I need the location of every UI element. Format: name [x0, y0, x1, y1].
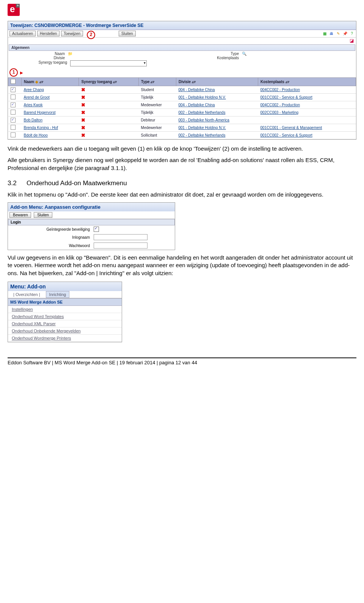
page-footer: Eddon Software BV | MS Word Merge Add-on… [8, 357, 356, 365]
row-checkbox[interactable] [11, 118, 16, 123]
menu-item[interactable]: Onderhoud XML Parser [12, 321, 56, 326]
user-link[interactable]: Aries Kwok [24, 103, 43, 107]
input-inlognaam[interactable] [94, 234, 147, 240]
screenshot-toewijzen: Toewijzen: CSNOBWORDMERGE - Wordmerge Se… [8, 21, 356, 140]
x-icon: ✖ [81, 87, 85, 93]
menu-item[interactable]: Onderhoud Word Templates [12, 314, 64, 319]
row-checkbox[interactable] [11, 87, 16, 92]
row-checkbox[interactable] [11, 125, 16, 130]
dropdown-synergy[interactable]: ▾ [70, 60, 147, 66]
window-title: Add-on Menu: Aanpassen configuratie [8, 203, 175, 211]
th-naam[interactable]: Naam ◈ ▵▿ [22, 78, 79, 86]
callout-1: 1 [9, 68, 18, 77]
paragraph: Klik in het topmenu op "Add-on". De eers… [8, 191, 356, 198]
btn-toewijzen[interactable]: Toewijzen [61, 31, 83, 36]
th-synergy[interactable]: Synergy toegang ▵▿ [79, 78, 139, 86]
red-triangle-icon: ▶ [20, 71, 23, 75]
sort-icon: ◈ [35, 80, 38, 84]
search-icon[interactable]: 🔍 [242, 52, 246, 56]
x-icon: ✖ [81, 94, 85, 100]
lbl-type: Type [182, 52, 242, 56]
user-link[interactable]: Arend de Groot [24, 95, 50, 99]
users-table: Naam ◈ ▵▿ Synergy toegang ▵▿ Type ▵▿ Div… [8, 77, 356, 139]
lbl-inlognaam: Inlognaam [10, 235, 94, 239]
x-icon: ✖ [81, 110, 85, 115]
row-checkbox[interactable] [11, 110, 16, 115]
menu-item[interactable]: Onderhoud Onbekende Mergevelden [12, 329, 81, 333]
table-row: Aries Kwok✖Medewerker004 - Deltabike Chi… [8, 101, 356, 109]
screenshot-addon-config: Add-on Menu: Aanpassen configuratie Bewa… [8, 202, 175, 250]
x-icon: ✖ [81, 132, 85, 138]
color-icon[interactable]: ◪ [350, 38, 354, 43]
callout-2: 2 [87, 31, 95, 39]
th-type[interactable]: Type ▵▿ [139, 78, 176, 86]
table-row: Bob Dalton✖Debiteur003 - Deltabike North… [8, 117, 356, 124]
row-checkbox[interactable] [11, 102, 16, 107]
btn-actualiseren[interactable]: Actualiseren [9, 31, 36, 36]
btn-sluiten[interactable]: Sluiten [34, 212, 52, 218]
tool-icon[interactable]: ✎ [336, 31, 341, 36]
paragraph: Vink de medewerkers aan die u toegang wi… [8, 145, 356, 153]
checkbox-beveiliging[interactable] [94, 227, 99, 232]
lbl-synergy-toegang: Synergy toegang [10, 60, 70, 67]
x-icon: ✖ [81, 117, 85, 123]
toolbar: Actualiseren Herstellen Toewijzen 2 Slui… [8, 30, 356, 38]
lbl-divisie: Divisie [8, 56, 68, 60]
tab-overzichten[interactable]: | Overzichten | [10, 291, 43, 298]
user-link[interactable]: Aree Chang [24, 88, 44, 92]
lbl-kosten: Kostenplaats [182, 56, 242, 60]
th-kosten[interactable]: Kostenplaats ▵▿ [258, 78, 356, 86]
btn-sluiten[interactable]: Sluiten [119, 31, 136, 36]
menu-item[interactable]: Onderhoud Wordmerge Printers [12, 336, 71, 340]
table-row: Barend Hogervorst✖Tijdelijk002 - Deltabi… [8, 109, 356, 117]
print-icon[interactable]: 🖶 [329, 31, 334, 36]
input-wachtwoord[interactable] [94, 242, 147, 249]
table-row: Brenda Koning - Hof✖Medewerker001 - Delt… [8, 124, 356, 132]
excel-icon[interactable]: ▦ [322, 31, 327, 36]
table-row: Arend de Groot✖Tijdelijk001 - Deltabike … [8, 94, 356, 101]
lbl-wachtwoord: Wachtwoord [10, 244, 94, 248]
window-title: Menu: Add-on [8, 282, 122, 291]
row-checkbox[interactable] [11, 132, 16, 137]
checkbox-all[interactable] [11, 79, 16, 84]
btn-herstellen[interactable]: Herstellen [37, 31, 60, 36]
section-heading: 3.2Onderhoud Add-on Maatwerkmenu [8, 179, 356, 187]
table-row: Bdolt de Hooo✖Sollicitant002 - Deltabike… [8, 132, 356, 139]
user-link[interactable]: Barend Hogervorst [24, 110, 56, 115]
lbl-naam: Naam [8, 52, 68, 56]
logo [8, 4, 20, 16]
btn-bewaren[interactable]: Bewaren [9, 212, 31, 218]
row-checkbox[interactable] [11, 94, 16, 99]
th-divisie[interactable]: Divisie ▵▿ [176, 78, 258, 86]
help-icon[interactable]: ? [349, 31, 355, 36]
screenshot-menu-addon: Menu: Add-on | Overzichten | Inrichting … [8, 282, 122, 342]
x-icon: ✖ [81, 102, 85, 108]
window-title: Toewijzen: CSNOBWORDMERGE - Wordmerge Se… [8, 21, 356, 30]
user-link[interactable]: Bdolt de Hooo [24, 133, 48, 137]
table-row: Aree Chang✖Student004 - Deltabike China0… [8, 86, 356, 94]
toolbar-right-icons: ▦ 🖶 ✎ 📌 ? [322, 31, 355, 36]
section-login: Login [8, 219, 175, 225]
section-algemeen: Algemeen [9, 44, 355, 51]
x-icon: ✖ [81, 125, 85, 131]
menu-group: MS Word Merge Addon SE [8, 298, 122, 306]
user-link[interactable]: Brenda Koning - Hof [24, 126, 58, 130]
paragraph: Alle gebruikers in Synergy dienen nog we… [8, 156, 356, 172]
folder-icon[interactable]: 📁 [68, 52, 72, 56]
tab-inrichting[interactable]: Inrichting [46, 291, 70, 298]
lbl-beveiliging: Geïntegreerde beveiliging [10, 227, 94, 231]
menu-item[interactable]: Instellingen [12, 307, 33, 312]
user-link[interactable]: Bob Dalton [24, 118, 42, 122]
pin-icon[interactable]: 📌 [342, 31, 348, 36]
paragraph: Vul uw gegevens in en klik op "Bewaren".… [8, 254, 356, 277]
